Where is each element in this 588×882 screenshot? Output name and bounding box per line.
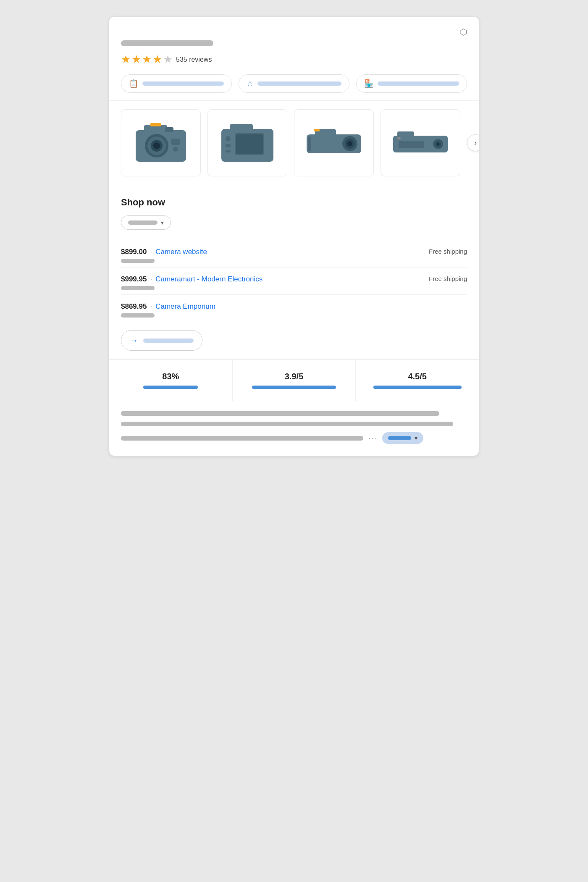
svg-point-28: [437, 143, 439, 145]
more-prices-button[interactable]: →: [121, 330, 202, 351]
gallery-item-1[interactable]: [121, 109, 201, 176]
shop-section: Shop now ▾ $899.00 · Camera website Free…: [109, 185, 479, 360]
compare-label: [378, 81, 459, 86]
svg-rect-30: [397, 137, 401, 139]
listing-3-row: $869.95 · Camera Emporium: [121, 302, 467, 311]
gallery-section: ›: [109, 101, 479, 185]
listing-3-sub: [121, 313, 155, 318]
stat-2-bar: [252, 386, 336, 389]
svg-rect-15: [226, 150, 231, 152]
listing-2-row: $999.95 · Cameramart - Modern Electronic…: [121, 275, 467, 284]
svg-rect-12: [236, 134, 263, 154]
stat-3-bar: [373, 386, 462, 389]
bottom-row: ··· ▾: [121, 432, 467, 444]
stat-2-value: 3.9/5: [285, 372, 303, 381]
filter-button[interactable]: ▾: [121, 215, 171, 230]
stat-2: 3.9/5: [233, 360, 356, 401]
listing-2-shipping: Free shipping: [429, 275, 467, 282]
listing-3-store[interactable]: Camera Emporium: [155, 302, 215, 311]
svg-rect-6: [150, 123, 161, 126]
expand-label: [388, 436, 411, 440]
rating-row: ★ ★ ★ ★ ★ 535 reviews: [121, 53, 467, 66]
listing-2-left: $999.95 · Cameramart - Modern Electronic…: [121, 275, 262, 284]
listing-1-store[interactable]: Camera website: [155, 248, 207, 256]
listing-3-left: $869.95 · Camera Emporium: [121, 302, 215, 311]
svg-rect-23: [308, 136, 311, 151]
star-1: ★: [121, 53, 131, 66]
star-4: ★: [152, 53, 162, 66]
listing-1-left: $899.00 · Camera website: [121, 248, 207, 256]
svg-rect-25: [397, 131, 414, 138]
listing-2: $999.95 · Cameramart - Modern Electronic…: [121, 267, 467, 294]
svg-point-21: [347, 141, 352, 146]
svg-rect-29: [399, 141, 424, 148]
star-5: ★: [163, 53, 173, 66]
action-buttons: 📋 ☆ 🏪: [121, 74, 467, 93]
product-card: ⬡ ★ ★ ★ ★ ★ 535 reviews 📋 ☆ 🏪: [109, 17, 479, 456]
svg-point-8: [173, 147, 178, 152]
text-line-1: [121, 411, 439, 416]
gallery-next-button[interactable]: ›: [467, 134, 479, 151]
overview-button[interactable]: 📋: [121, 74, 232, 93]
stat-3-value: 4.5/5: [408, 372, 426, 381]
more-label: [143, 339, 194, 343]
expand-button[interactable]: ▾: [382, 432, 423, 444]
gallery-item-2[interactable]: [207, 109, 287, 176]
save-button[interactable]: ☆: [239, 74, 349, 93]
top-section: ⬡ ★ ★ ★ ★ ★ 535 reviews 📋 ☆ 🏪: [109, 17, 479, 101]
svg-rect-22: [314, 129, 320, 131]
listing-2-price: $999.95: [121, 275, 147, 284]
overview-label: [142, 81, 224, 86]
shop-title: Shop now: [121, 197, 467, 208]
ellipsis-icon: ···: [368, 434, 377, 443]
gallery-item-3[interactable]: [294, 109, 374, 176]
store-icon: 🏪: [364, 79, 373, 88]
filter-label: [128, 220, 158, 225]
listing-2-sub: [121, 286, 155, 290]
star-icon: ☆: [247, 79, 253, 88]
arrow-icon: →: [130, 336, 138, 345]
camera-side1-svg: [304, 120, 363, 166]
svg-point-4: [153, 142, 160, 149]
listing-1-sub: [121, 259, 155, 263]
listing-2-store[interactable]: Cameramart - Modern Electronics: [155, 275, 262, 284]
listing-1-row: $899.00 · Camera website Free shipping: [121, 248, 467, 256]
stat-1: 83%: [109, 360, 233, 401]
listing-3: $869.95 · Camera Emporium: [121, 294, 467, 322]
listing-1-dot: ·: [150, 248, 152, 256]
review-count: 535 reviews: [176, 56, 212, 63]
listing-3-dot: ·: [150, 302, 152, 311]
text-line-2: [121, 422, 453, 426]
clipboard-icon: 📋: [129, 79, 138, 88]
listing-3-price: $869.95: [121, 302, 147, 311]
star-2: ★: [131, 53, 141, 66]
listing-2-dot: ·: [150, 275, 152, 284]
svg-rect-7: [171, 139, 180, 145]
stats-section: 83% 3.9/5 4.5/5: [109, 360, 479, 401]
camera-front-svg: [131, 120, 190, 166]
camera-side2-svg: [391, 120, 450, 166]
compare-button[interactable]: 🏪: [356, 74, 467, 93]
svg-rect-9: [165, 127, 173, 132]
bottom-section: ··· ▾: [109, 401, 479, 456]
expand-chevron-icon: ▾: [415, 435, 417, 441]
share-icon[interactable]: ⬡: [460, 27, 467, 37]
svg-point-13: [226, 136, 231, 141]
svg-rect-14: [226, 144, 231, 147]
listing-1-shipping: Free shipping: [429, 248, 467, 255]
text-line-3: [121, 436, 363, 441]
listing-1: $899.00 · Camera website Free shipping: [121, 240, 467, 267]
gallery-item-4[interactable]: [381, 109, 460, 176]
stat-1-value: 83%: [162, 372, 179, 381]
svg-rect-16: [230, 124, 253, 131]
filter-chevron-icon: ▾: [161, 219, 164, 226]
stat-3: 4.5/5: [356, 360, 479, 401]
listing-1-price: $899.00: [121, 248, 147, 256]
gallery-row: ›: [121, 109, 467, 176]
star-rating: ★ ★ ★ ★ ★: [121, 53, 173, 66]
star-3: ★: [142, 53, 152, 66]
stat-1-bar: [143, 386, 198, 389]
product-title-placeholder: [121, 40, 213, 46]
save-label: [257, 81, 341, 86]
camera-back-svg: [218, 120, 277, 166]
